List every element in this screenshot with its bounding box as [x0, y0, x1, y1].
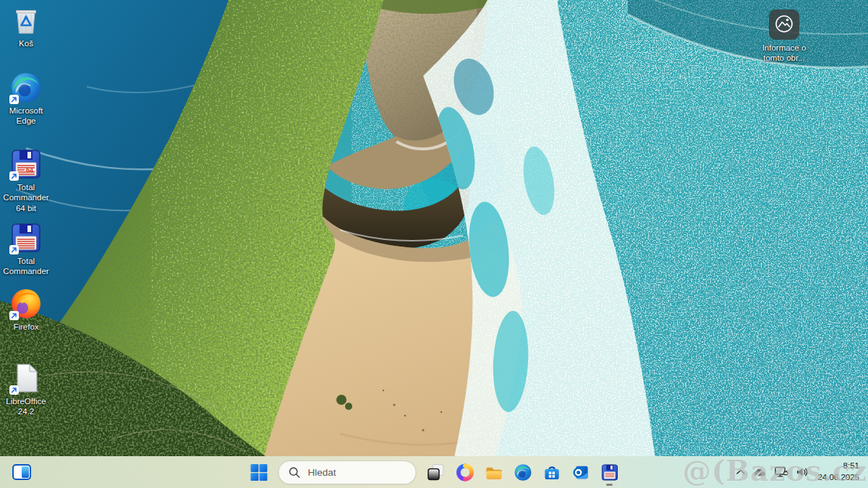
desktop-icon-total-commander[interactable]: Total Commander [0, 222, 54, 277]
search-input[interactable] [307, 466, 407, 479]
hidden-icons-button[interactable] [733, 459, 749, 485]
total-commander-taskbar-button[interactable] [595, 458, 624, 487]
desktop-screen: Koš Microsoft Edge 64 [0, 0, 868, 488]
network-tray-button[interactable] [771, 459, 792, 485]
shortcut-arrow-icon [9, 245, 19, 254]
search-icon [289, 466, 301, 479]
ethernet-network-icon [775, 466, 788, 478]
total-commander-64-icon: 64 [10, 148, 42, 180]
start-button[interactable] [244, 458, 273, 487]
tray-clock[interactable]: 8:51 24.06.2025 [813, 461, 865, 483]
copilot-icon [456, 463, 474, 481]
widgets-icon [12, 463, 31, 481]
taskbar-center [244, 458, 624, 487]
libreoffice-document-icon [10, 362, 42, 394]
total-commander-icon [10, 222, 42, 254]
tray-time: 8:51 [817, 461, 859, 472]
desktop-icon-libreoffice[interactable]: LibreOffice 24.2 [0, 362, 54, 417]
microsoft-store-icon [542, 463, 561, 481]
floppy-64-badge: 64 [26, 166, 33, 174]
desktop-icon-total-commander-64[interactable]: 64 Total Commander 64 bit [0, 148, 54, 213]
tray-date: 24.06.2025 [817, 472, 859, 484]
desktop-icon-recycle-bin[interactable]: Koš [0, 4, 54, 48]
microsoft-edge-icon [514, 463, 532, 481]
desktop-icon-firefox[interactable]: Firefox [0, 288, 54, 332]
icon-label: Firefox [13, 322, 38, 332]
onedrive-cloud-icon [753, 468, 767, 477]
volume-icon [796, 467, 809, 477]
picture-info-icon [768, 9, 800, 40]
volume-tray-button[interactable] [793, 459, 812, 485]
outlook-button[interactable] [566, 458, 595, 487]
icon-label: Total Commander 64 bit [0, 182, 54, 213]
task-view-button[interactable] [422, 458, 451, 487]
edge-taskbar-button[interactable] [509, 458, 537, 487]
microsoft-edge-icon [10, 72, 42, 103]
running-indicator [606, 484, 613, 486]
outlook-icon [571, 463, 590, 481]
chevron-up-icon [736, 469, 745, 475]
firefox-icon [10, 288, 42, 320]
shortcut-arrow-icon [9, 95, 19, 104]
windows-start-icon [250, 463, 268, 481]
taskbar-search[interactable] [278, 461, 417, 484]
onedrive-tray-button[interactable] [749, 459, 770, 485]
shortcut-arrow-icon [9, 311, 19, 320]
icon-label: LibreOffice 24.2 [0, 396, 54, 417]
shortcut-arrow-icon [9, 385, 19, 395]
system-tray: 8:51 24.06.2025 [733, 458, 865, 487]
icon-label: Informace o tomto obr... [757, 43, 812, 64]
copilot-button[interactable] [451, 458, 480, 487]
shortcut-arrow-icon [9, 171, 19, 181]
icon-label: Microsoft Edge [0, 106, 54, 127]
recycle-bin-icon [10, 4, 42, 36]
widgets-button[interactable] [7, 458, 36, 487]
total-commander-icon [600, 463, 618, 481]
desktop-icon-spotlight-info[interactable]: Informace o tomto obr... [757, 9, 812, 64]
file-explorer-button[interactable] [480, 458, 509, 487]
taskbar: 8:51 24.06.2025 [0, 456, 868, 488]
task-view-icon [427, 463, 445, 481]
icon-label: Koš [19, 38, 33, 48]
file-explorer-icon [485, 463, 503, 481]
icon-label: Total Commander [0, 256, 54, 277]
desktop-icon-microsoft-edge[interactable]: Microsoft Edge [0, 72, 54, 127]
microsoft-store-button[interactable] [537, 458, 566, 487]
wallpaper-kelingking-beach [0, 0, 868, 488]
